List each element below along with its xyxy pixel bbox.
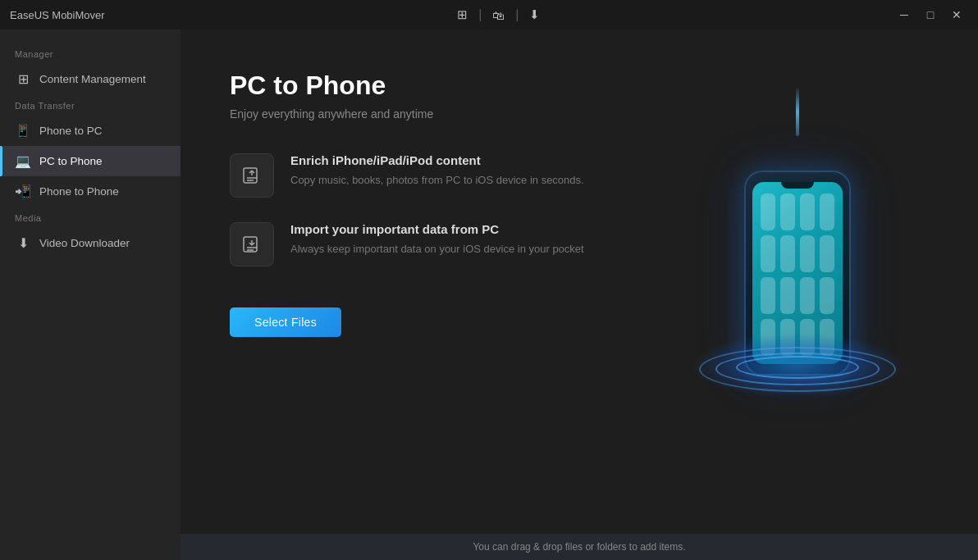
feature2-description: Always keep important data on your iOS d…	[290, 241, 584, 257]
app-icon-8	[820, 235, 834, 272]
app-title: EaseUS MobiMover	[10, 9, 105, 21]
app-icon-3	[800, 193, 815, 230]
content-management-icon: ⊞	[15, 71, 31, 87]
feature2-text: Import your important data from PC Alway…	[290, 222, 584, 257]
content-management-label: Content Management	[39, 73, 146, 85]
feature1-description: Copy music, books, photos from PC to iOS…	[290, 172, 584, 189]
page-title: PC to Phone	[230, 71, 633, 101]
content-area: PC to Phone Enjoy everything anywhere an…	[181, 30, 978, 534]
app-icon-10	[780, 277, 795, 314]
phone-to-pc-icon: 📱	[15, 123, 31, 139]
video-downloader-icon: ⬇	[15, 235, 31, 251]
manager-section-label: Manager	[0, 43, 181, 64]
phone-illustration	[674, 71, 921, 415]
phone-to-phone-icon: 📲	[15, 184, 31, 199]
feature-card-2: Import your important data from PC Alway…	[230, 222, 633, 266]
status-bar-text: You can drag & drop files or folders to …	[473, 541, 685, 553]
phone-to-pc-label: Phone to PC	[39, 125, 103, 137]
app-icon-5	[761, 235, 775, 272]
grid-icon-btn[interactable]: ⊞	[453, 6, 472, 24]
separator1: |	[478, 7, 482, 22]
feature1-text: Enrich iPhone/iPad/iPod content Copy mus…	[290, 153, 584, 189]
pc-to-phone-label: PC to Phone	[39, 155, 103, 167]
status-bar: You can drag & drop files or folders to …	[181, 534, 978, 560]
minimize-button[interactable]: ─	[893, 6, 916, 24]
video-downloader-label: Video Downloader	[39, 237, 130, 249]
phone-notch	[781, 182, 814, 189]
data-transfer-section-label: Data Transfer	[0, 94, 181, 116]
sidebar-item-pc-to-phone[interactable]: 💻 PC to Phone	[0, 146, 181, 176]
app-body: Manager ⊞ Content Management Data Transf…	[0, 30, 978, 560]
phone-to-phone-label: Phone to Phone	[39, 185, 119, 198]
app-icon-12	[820, 277, 834, 314]
app-icon-11	[800, 277, 815, 314]
sidebar: Manager ⊞ Content Management Data Transf…	[0, 30, 181, 560]
light-beam	[796, 87, 799, 136]
pc-to-phone-icon: 💻	[15, 153, 31, 169]
app-icon-7	[800, 235, 815, 272]
main-content: PC to Phone Enjoy everything anywhere an…	[181, 30, 978, 560]
select-files-button[interactable]: Select Files	[230, 307, 341, 337]
feature2-title: Import your important data from PC	[290, 222, 584, 236]
platform-ring-3	[736, 356, 859, 379]
sidebar-item-video-downloader[interactable]: ⬇ Video Downloader	[0, 228, 181, 258]
separator2: |	[515, 7, 519, 22]
sidebar-item-phone-to-pc[interactable]: 📱 Phone to PC	[0, 116, 181, 146]
titlebar-icon-group: ⊞ | 🛍 | ⬇	[453, 6, 544, 24]
app-icon-2	[780, 193, 795, 230]
right-panel	[666, 71, 929, 415]
maximize-button[interactable]: □	[919, 6, 942, 24]
left-panel: PC to Phone Enjoy everything anywhere an…	[230, 71, 633, 337]
feature2-icon	[230, 222, 274, 266]
page-subtitle: Enjoy everything anywhere and anytime	[230, 107, 633, 121]
app-icon-1	[761, 193, 775, 230]
feature1-icon	[230, 153, 274, 198]
window-controls: ─ □ ✕	[893, 6, 968, 24]
close-button[interactable]: ✕	[945, 6, 968, 24]
sidebar-item-phone-to-phone[interactable]: 📲 Phone to Phone	[0, 176, 181, 207]
app-icon-6	[780, 235, 795, 272]
media-section-label: Media	[0, 207, 181, 228]
app-icon-9	[761, 277, 775, 314]
download-icon-btn[interactable]: ⬇	[525, 6, 544, 24]
shop-icon-btn[interactable]: 🛍	[488, 7, 509, 24]
feature1-title: Enrich iPhone/iPad/iPod content	[290, 153, 584, 167]
feature-card-1: Enrich iPhone/iPad/iPod content Copy mus…	[230, 153, 633, 198]
sidebar-item-content-management[interactable]: ⊞ Content Management	[0, 64, 181, 94]
titlebar: EaseUS MobiMover ⊞ | 🛍 | ⬇ ─ □ ✕	[0, 0, 978, 30]
app-icon-4	[820, 193, 834, 230]
